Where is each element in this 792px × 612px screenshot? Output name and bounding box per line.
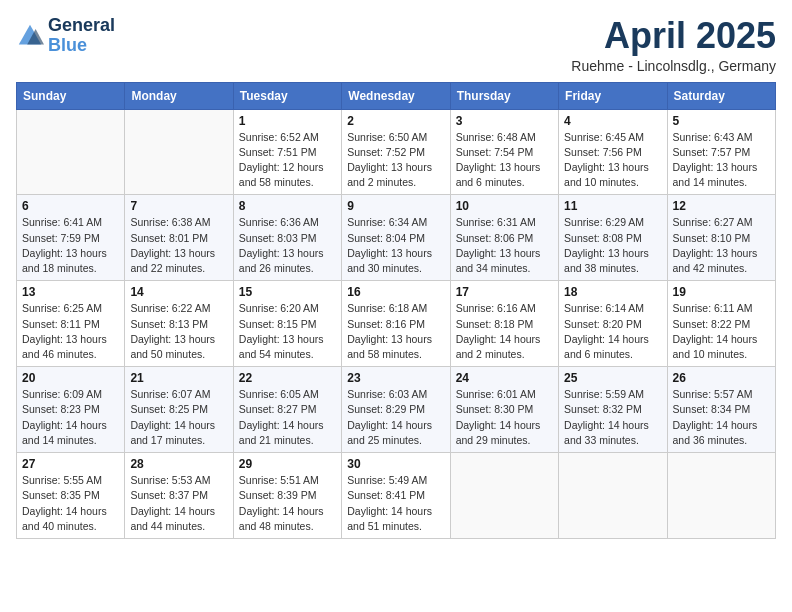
day-info: Sunrise: 6:27 AM Sunset: 8:10 PM Dayligh… bbox=[673, 215, 770, 276]
day-info: Sunrise: 6:07 AM Sunset: 8:25 PM Dayligh… bbox=[130, 387, 227, 448]
calendar-day-3: 3Sunrise: 6:48 AM Sunset: 7:54 PM Daylig… bbox=[450, 109, 558, 195]
day-info: Sunrise: 6:38 AM Sunset: 8:01 PM Dayligh… bbox=[130, 215, 227, 276]
calendar-table: SundayMondayTuesdayWednesdayThursdayFrid… bbox=[16, 82, 776, 539]
day-info: Sunrise: 6:14 AM Sunset: 8:20 PM Dayligh… bbox=[564, 301, 661, 362]
calendar-day-25: 25Sunrise: 5:59 AM Sunset: 8:32 PM Dayli… bbox=[559, 367, 667, 453]
day-number: 22 bbox=[239, 371, 336, 385]
month-title: April 2025 bbox=[571, 16, 776, 56]
day-number: 25 bbox=[564, 371, 661, 385]
calendar-day-27: 27Sunrise: 5:55 AM Sunset: 8:35 PM Dayli… bbox=[17, 453, 125, 539]
day-number: 16 bbox=[347, 285, 444, 299]
day-number: 10 bbox=[456, 199, 553, 213]
day-info: Sunrise: 6:18 AM Sunset: 8:16 PM Dayligh… bbox=[347, 301, 444, 362]
day-number: 11 bbox=[564, 199, 661, 213]
day-info: Sunrise: 6:50 AM Sunset: 7:52 PM Dayligh… bbox=[347, 130, 444, 191]
day-info: Sunrise: 6:05 AM Sunset: 8:27 PM Dayligh… bbox=[239, 387, 336, 448]
calendar-day-24: 24Sunrise: 6:01 AM Sunset: 8:30 PM Dayli… bbox=[450, 367, 558, 453]
day-number: 18 bbox=[564, 285, 661, 299]
page-header: General Blue April 2025 Ruehme - Lincoln… bbox=[16, 16, 776, 74]
day-info: Sunrise: 5:49 AM Sunset: 8:41 PM Dayligh… bbox=[347, 473, 444, 534]
day-number: 4 bbox=[564, 114, 661, 128]
logo-icon bbox=[16, 22, 44, 50]
calendar-week-row: 13Sunrise: 6:25 AM Sunset: 8:11 PM Dayli… bbox=[17, 281, 776, 367]
day-info: Sunrise: 5:53 AM Sunset: 8:37 PM Dayligh… bbox=[130, 473, 227, 534]
calendar-week-row: 6Sunrise: 6:41 AM Sunset: 7:59 PM Daylig… bbox=[17, 195, 776, 281]
day-info: Sunrise: 6:34 AM Sunset: 8:04 PM Dayligh… bbox=[347, 215, 444, 276]
day-number: 5 bbox=[673, 114, 770, 128]
calendar-day-8: 8Sunrise: 6:36 AM Sunset: 8:03 PM Daylig… bbox=[233, 195, 341, 281]
title-block: April 2025 Ruehme - Lincolnsdlg., German… bbox=[571, 16, 776, 74]
day-number: 19 bbox=[673, 285, 770, 299]
day-info: Sunrise: 6:36 AM Sunset: 8:03 PM Dayligh… bbox=[239, 215, 336, 276]
calendar-day-21: 21Sunrise: 6:07 AM Sunset: 8:25 PM Dayli… bbox=[125, 367, 233, 453]
day-info: Sunrise: 6:01 AM Sunset: 8:30 PM Dayligh… bbox=[456, 387, 553, 448]
day-info: Sunrise: 5:51 AM Sunset: 8:39 PM Dayligh… bbox=[239, 473, 336, 534]
weekday-header-thursday: Thursday bbox=[450, 82, 558, 109]
day-info: Sunrise: 6:03 AM Sunset: 8:29 PM Dayligh… bbox=[347, 387, 444, 448]
day-info: Sunrise: 6:48 AM Sunset: 7:54 PM Dayligh… bbox=[456, 130, 553, 191]
day-info: Sunrise: 6:25 AM Sunset: 8:11 PM Dayligh… bbox=[22, 301, 119, 362]
day-number: 1 bbox=[239, 114, 336, 128]
day-number: 13 bbox=[22, 285, 119, 299]
calendar-header: SundayMondayTuesdayWednesdayThursdayFrid… bbox=[17, 82, 776, 109]
weekday-header-row: SundayMondayTuesdayWednesdayThursdayFrid… bbox=[17, 82, 776, 109]
calendar-day-15: 15Sunrise: 6:20 AM Sunset: 8:15 PM Dayli… bbox=[233, 281, 341, 367]
calendar-day-12: 12Sunrise: 6:27 AM Sunset: 8:10 PM Dayli… bbox=[667, 195, 775, 281]
calendar-week-row: 20Sunrise: 6:09 AM Sunset: 8:23 PM Dayli… bbox=[17, 367, 776, 453]
day-info: Sunrise: 6:45 AM Sunset: 7:56 PM Dayligh… bbox=[564, 130, 661, 191]
day-number: 2 bbox=[347, 114, 444, 128]
calendar-day-20: 20Sunrise: 6:09 AM Sunset: 8:23 PM Dayli… bbox=[17, 367, 125, 453]
calendar-day-30: 30Sunrise: 5:49 AM Sunset: 8:41 PM Dayli… bbox=[342, 453, 450, 539]
calendar-day-18: 18Sunrise: 6:14 AM Sunset: 8:20 PM Dayli… bbox=[559, 281, 667, 367]
location-subtitle: Ruehme - Lincolnsdlg., Germany bbox=[571, 58, 776, 74]
logo-text: General Blue bbox=[48, 16, 115, 56]
calendar-day-23: 23Sunrise: 6:03 AM Sunset: 8:29 PM Dayli… bbox=[342, 367, 450, 453]
day-info: Sunrise: 6:22 AM Sunset: 8:13 PM Dayligh… bbox=[130, 301, 227, 362]
day-info: Sunrise: 5:57 AM Sunset: 8:34 PM Dayligh… bbox=[673, 387, 770, 448]
logo: General Blue bbox=[16, 16, 115, 56]
day-info: Sunrise: 6:11 AM Sunset: 8:22 PM Dayligh… bbox=[673, 301, 770, 362]
calendar-day-5: 5Sunrise: 6:43 AM Sunset: 7:57 PM Daylig… bbox=[667, 109, 775, 195]
calendar-week-row: 1Sunrise: 6:52 AM Sunset: 7:51 PM Daylig… bbox=[17, 109, 776, 195]
weekday-header-monday: Monday bbox=[125, 82, 233, 109]
calendar-week-row: 27Sunrise: 5:55 AM Sunset: 8:35 PM Dayli… bbox=[17, 453, 776, 539]
calendar-day-11: 11Sunrise: 6:29 AM Sunset: 8:08 PM Dayli… bbox=[559, 195, 667, 281]
calendar-day-19: 19Sunrise: 6:11 AM Sunset: 8:22 PM Dayli… bbox=[667, 281, 775, 367]
calendar-day-13: 13Sunrise: 6:25 AM Sunset: 8:11 PM Dayli… bbox=[17, 281, 125, 367]
day-number: 23 bbox=[347, 371, 444, 385]
day-number: 21 bbox=[130, 371, 227, 385]
day-number: 7 bbox=[130, 199, 227, 213]
day-info: Sunrise: 6:41 AM Sunset: 7:59 PM Dayligh… bbox=[22, 215, 119, 276]
calendar-day-6: 6Sunrise: 6:41 AM Sunset: 7:59 PM Daylig… bbox=[17, 195, 125, 281]
calendar-day-26: 26Sunrise: 5:57 AM Sunset: 8:34 PM Dayli… bbox=[667, 367, 775, 453]
calendar-day-4: 4Sunrise: 6:45 AM Sunset: 7:56 PM Daylig… bbox=[559, 109, 667, 195]
logo-line1: General bbox=[48, 16, 115, 36]
empty-cell bbox=[559, 453, 667, 539]
calendar-day-22: 22Sunrise: 6:05 AM Sunset: 8:27 PM Dayli… bbox=[233, 367, 341, 453]
calendar-day-17: 17Sunrise: 6:16 AM Sunset: 8:18 PM Dayli… bbox=[450, 281, 558, 367]
day-number: 27 bbox=[22, 457, 119, 471]
calendar-day-16: 16Sunrise: 6:18 AM Sunset: 8:16 PM Dayli… bbox=[342, 281, 450, 367]
day-number: 29 bbox=[239, 457, 336, 471]
calendar-body: 1Sunrise: 6:52 AM Sunset: 7:51 PM Daylig… bbox=[17, 109, 776, 538]
day-number: 20 bbox=[22, 371, 119, 385]
calendar-day-29: 29Sunrise: 5:51 AM Sunset: 8:39 PM Dayli… bbox=[233, 453, 341, 539]
day-number: 15 bbox=[239, 285, 336, 299]
day-number: 28 bbox=[130, 457, 227, 471]
weekday-header-sunday: Sunday bbox=[17, 82, 125, 109]
empty-cell bbox=[17, 109, 125, 195]
empty-cell bbox=[450, 453, 558, 539]
day-number: 6 bbox=[22, 199, 119, 213]
calendar-day-2: 2Sunrise: 6:50 AM Sunset: 7:52 PM Daylig… bbox=[342, 109, 450, 195]
logo-line2: Blue bbox=[48, 36, 115, 56]
day-info: Sunrise: 5:59 AM Sunset: 8:32 PM Dayligh… bbox=[564, 387, 661, 448]
empty-cell bbox=[667, 453, 775, 539]
day-number: 12 bbox=[673, 199, 770, 213]
day-info: Sunrise: 6:16 AM Sunset: 8:18 PM Dayligh… bbox=[456, 301, 553, 362]
day-number: 26 bbox=[673, 371, 770, 385]
calendar-day-28: 28Sunrise: 5:53 AM Sunset: 8:37 PM Dayli… bbox=[125, 453, 233, 539]
day-number: 30 bbox=[347, 457, 444, 471]
calendar-day-9: 9Sunrise: 6:34 AM Sunset: 8:04 PM Daylig… bbox=[342, 195, 450, 281]
day-info: Sunrise: 6:52 AM Sunset: 7:51 PM Dayligh… bbox=[239, 130, 336, 191]
calendar-day-10: 10Sunrise: 6:31 AM Sunset: 8:06 PM Dayli… bbox=[450, 195, 558, 281]
